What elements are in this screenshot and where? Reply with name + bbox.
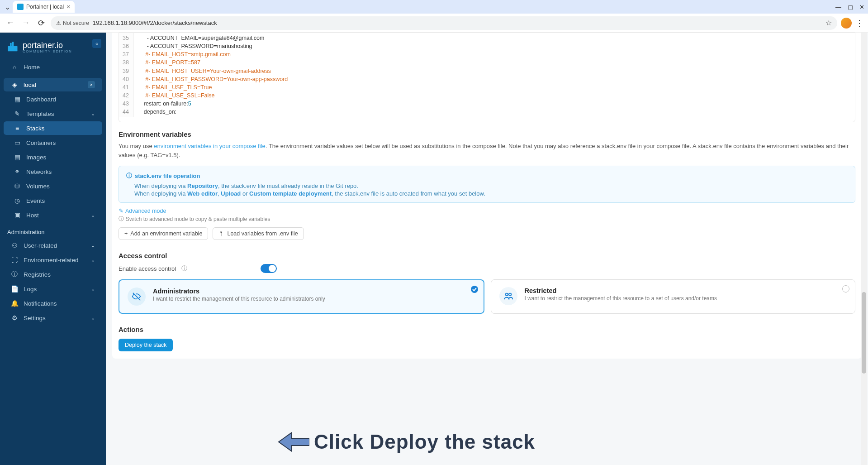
sidebar-item-images[interactable]: ▤Images [4, 150, 102, 164]
close-pill-icon[interactable]: × [88, 81, 95, 88]
eye-off-icon [132, 292, 142, 302]
templates-icon: ✎ [14, 110, 21, 117]
bookmark-icon[interactable]: ☆ [825, 19, 832, 27]
forward-icon[interactable]: → [20, 17, 32, 29]
admin-section-label: Administration [0, 222, 106, 238]
warning-icon: ⚠ [56, 20, 61, 26]
code-editor[interactable]: 353637383940414243444546 - ACCOUNT_EMAIL… [119, 33, 855, 122]
help-icon[interactable]: ⓘ [181, 264, 187, 273]
docker-icon: ◈ [11, 81, 18, 88]
networks-icon: ⚭ [14, 168, 21, 175]
registries-icon: ⓘ [11, 271, 18, 278]
logo-text: portainer.io [23, 41, 72, 50]
card-title: Restricted [525, 287, 717, 294]
tab-dropdown-icon[interactable]: ⌄ [4, 3, 11, 10]
sidebar-item-containers[interactable]: ▭Containers [4, 136, 102, 149]
check-icon [471, 286, 478, 293]
home-icon: ⌂ [11, 63, 18, 71]
browser-tab[interactable]: Portainer | local × [13, 1, 75, 13]
sidebar-item-settings[interactable]: ⚙Settings⌄ [4, 311, 102, 325]
info-icon: ⓘ [126, 172, 132, 180]
card-subtitle: I want to restrict the management of thi… [153, 296, 325, 302]
logo-edition: COMMUNITY EDITION [23, 49, 72, 53]
url-bar[interactable]: ⚠ Not secure 192.168.1.18:9000/#!/2/dock… [51, 16, 837, 30]
dashboard-icon: ▦ [14, 96, 21, 103]
deploy-stack-button[interactable]: Deploy the stack [119, 339, 173, 351]
bell-icon: 🔔 [11, 300, 18, 307]
window-controls: — ▢ ✕ [835, 4, 864, 10]
main-content: 353637383940414243444546 - ACCOUNT_EMAIL… [106, 33, 868, 465]
stacks-icon: ≡ [14, 125, 21, 132]
sidebar-item-networks[interactable]: ⚭Networks [4, 165, 102, 178]
sidebar-item-volumes[interactable]: ⛁Volumes [4, 179, 102, 193]
scrollbar-thumb[interactable] [862, 292, 866, 374]
info-icon: ⓘ [119, 215, 124, 223]
svg-point-5 [508, 293, 511, 296]
minimize-icon[interactable]: — [835, 4, 841, 10]
environment-icon: ⛶ [11, 256, 18, 264]
sidebar-item-host[interactable]: ▣Host⌄ [4, 208, 102, 222]
browser-toolbar: ← → ⟳ ⚠ Not secure 192.168.1.18:9000/#!/… [0, 14, 868, 33]
sidebar-item-notifications[interactable]: 🔔Notifications [4, 297, 102, 310]
sidebar-item-templates[interactable]: ✎Templates⌄ [4, 107, 102, 120]
host-icon: ▣ [14, 211, 21, 219]
users-icon: ⚇ [11, 242, 18, 249]
images-icon: ▤ [14, 153, 21, 161]
svg-rect-1 [10, 43, 12, 46]
code-lines[interactable]: - ACCOUNT_EMAIL=supergate84@gmail.com - … [134, 33, 855, 117]
logs-icon: 📄 [11, 285, 18, 292]
close-window-icon[interactable]: ✕ [859, 4, 864, 10]
load-env-file-button[interactable]: ⭱Load variables from .env file [213, 227, 304, 240]
access-card-administrators[interactable]: Administrators I want to restrict the ma… [119, 279, 484, 314]
portainer-logo-icon [6, 41, 19, 53]
access-control-toggle[interactable] [261, 264, 277, 273]
url-text: 192.168.1.18:9000/#!/2/docker/stacks/new… [93, 19, 822, 26]
back-icon[interactable]: ← [5, 17, 16, 29]
tab-favicon [17, 4, 24, 10]
sidebar-item-user-related[interactable]: ⚇User-related⌄ [4, 239, 102, 252]
close-icon[interactable]: × [66, 3, 70, 10]
tab-title: Portainer | local [26, 4, 64, 10]
chevron-down-icon: ⌄ [91, 243, 95, 249]
env-vars-title: Environment variables [119, 130, 855, 138]
env-vars-desc: You may use environment variables in you… [119, 142, 855, 159]
advanced-mode-link[interactable]: ✎Advanced mode [119, 207, 855, 214]
security-badge: ⚠ Not secure [56, 20, 89, 26]
actions-title: Actions [119, 326, 855, 333]
events-icon: ◷ [14, 197, 21, 204]
advanced-mode-desc: ⓘSwitch to advanced mode to copy & paste… [119, 215, 855, 223]
upload-icon: ⭱ [218, 230, 224, 237]
sidebar-item-stacks[interactable]: ≡Stacks [4, 121, 102, 135]
annotation-overlay: Click Deploy the stack [278, 431, 535, 453]
radio-unchecked-icon [842, 285, 849, 292]
menu-icon[interactable]: ⋮ [855, 18, 863, 28]
add-env-var-button[interactable]: +Add an environment variable [119, 227, 208, 240]
sidebar-collapse-icon[interactable]: « [92, 39, 101, 48]
sidebar-item-events[interactable]: ◷Events [4, 194, 102, 207]
scrollbar[interactable] [861, 33, 867, 465]
containers-icon: ▭ [14, 139, 21, 146]
reload-icon[interactable]: ⟳ [35, 17, 47, 29]
stack-env-info: ⓘstack.env file operation When deploying… [119, 166, 855, 203]
profile-avatar[interactable] [841, 18, 852, 29]
sidebar-item-dashboard[interactable]: ▦Dashboard [4, 92, 102, 106]
sidebar-item-logs[interactable]: 📄Logs⌄ [4, 282, 102, 296]
card-title: Administrators [153, 288, 325, 295]
chevron-down-icon: ⌄ [91, 315, 95, 321]
env-vars-link[interactable]: environment variables in your compose fi… [154, 143, 265, 149]
sidebar-item-environment-related[interactable]: ⛶Environment-related⌄ [4, 253, 102, 267]
svg-point-3 [471, 286, 478, 293]
annotation-text: Click Deploy the stack [314, 431, 535, 453]
browser-tabbar: ⌄ Portainer | local × — ▢ ✕ [0, 0, 868, 14]
access-control-title: Access control [119, 252, 855, 259]
card-subtitle: I want to restrict the management of thi… [525, 295, 717, 302]
enable-access-label: Enable access control [119, 265, 176, 272]
maximize-icon[interactable]: ▢ [848, 4, 853, 10]
chevron-down-icon: ⌄ [91, 111, 95, 117]
sidebar-item-home[interactable]: ⌂ Home [4, 60, 102, 74]
sidebar-item-local[interactable]: ◈ local × [4, 78, 102, 91]
sidebar-item-registries[interactable]: ⓘRegistries [4, 268, 102, 281]
access-card-restricted[interactable]: Restricted I want to restrict the manage… [491, 279, 856, 314]
svg-point-4 [505, 293, 508, 296]
chevron-down-icon: ⌄ [91, 286, 95, 292]
